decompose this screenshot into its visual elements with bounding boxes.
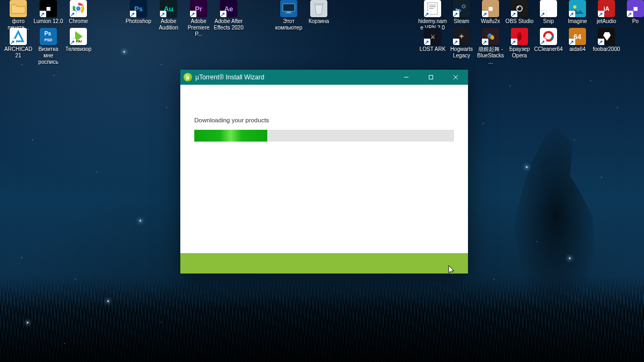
desktop-shortcut-label: CCleaner64 [533, 46, 564, 53]
shortcut-arrow-icon: ↗ [453, 39, 459, 45]
desktop-shortcut-label: 崩姬起舞 - BlueStacks ... [475, 46, 506, 65]
shortcut-arrow-icon: ↗ [598, 11, 604, 17]
desktop-shortcut-label: OBS Studio [504, 18, 535, 25]
jet-icon: jA↗ [598, 0, 615, 17]
desktop-shortcut[interactable]: ↗Steam [447, 0, 477, 25]
shortcut-arrow-icon: ↗ [540, 11, 546, 17]
la-icon: ⚔↗ [424, 28, 441, 45]
desktop-shortcut[interactable]: ▦↗Waifu2x [475, 0, 506, 25]
shortcut-arrow-icon: ↗ [627, 11, 633, 17]
svg-rect-11 [429, 6, 436, 7]
desktop-shortcut-label: Po [620, 18, 644, 25]
steam-icon: ↗ [453, 0, 470, 17]
desktop-shortcut-label: jetAudio [591, 18, 621, 25]
svg-rect-24 [429, 76, 433, 79]
shortcut-arrow-icon: ↗ [569, 39, 575, 45]
shortcut-arrow-icon: ↗ [190, 11, 196, 17]
cc-icon: ↗ [540, 28, 557, 45]
shortcut-arrow-icon: ↗ [598, 39, 604, 45]
desktop-shortcut-label: Визитка мне роспись [33, 46, 63, 65]
shortcut-arrow-icon: ↗ [569, 11, 575, 17]
svg-point-2 [76, 6, 81, 11]
app-icon: ▦↗ [540, 0, 557, 17]
installer-footer [180, 253, 468, 274]
app-icon: ▦↗ [627, 0, 644, 17]
minimize-button[interactable] [394, 70, 419, 85]
desktop-shortcut-label: Adobe After Effects 2020 [214, 18, 244, 31]
desktop-shortcut[interactable]: 🎭↗崩姬起舞 - BlueStacks ... [475, 28, 506, 65]
progress-bar [194, 130, 454, 142]
desktop-shortcut[interactable]: фото печата... [3, 0, 33, 31]
desktop-shortcut[interactable]: ⚔↗LOST ARK [418, 28, 448, 53]
desktop-shortcut[interactable] [244, 0, 274, 18]
svg-point-22 [517, 32, 522, 41]
desktop-shortcut-label: Телевизор [63, 46, 93, 53]
desktop-shortcut[interactable]: jA↗jetAudio [591, 0, 621, 25]
shortcut-arrow-icon: ↗ [540, 39, 546, 45]
shortcut-arrow-icon: ↗ [220, 11, 226, 17]
desktop-shortcut[interactable]: ↗OBS Studio [504, 0, 535, 25]
desktop-shortcut-label: Waifu2x [475, 18, 506, 25]
desktop-shortcut[interactable]: ▦↗Lumion 12.0 [33, 0, 63, 25]
app-icon: ▦↗ [40, 0, 57, 17]
chrome-icon: ↗ [70, 0, 87, 17]
shortcut-arrow-icon: ↗ [482, 11, 488, 17]
desktop-shortcut-label: ARCHICAD 21 [3, 46, 33, 59]
desktop-shortcut-label: aida64 [562, 46, 592, 53]
desktop-shortcut[interactable]: Au↗Adobe Audition [153, 0, 184, 31]
svg-point-18 [517, 6, 519, 8]
shortcut-arrow-icon: ↗ [70, 11, 76, 17]
desktop-shortcut-label: Браузер Opera [504, 46, 535, 59]
installer-body: Downloading your products [180, 85, 468, 253]
desktop-shortcut[interactable]: 64↗aida64 [562, 28, 592, 53]
desktop-shortcut[interactable]: ▦↗Snip [533, 0, 564, 25]
bin-icon [310, 0, 327, 17]
desktop-shortcut[interactable]: ↗ARCHICAD 21 [3, 28, 33, 59]
shortcut-arrow-icon: ↗ [10, 39, 16, 45]
svg-rect-6 [314, 3, 324, 5]
desktop-shortcut[interactable]: ✦↗Hogwarts Legacy [447, 28, 477, 59]
desktop-shortcut[interactable] [93, 0, 123, 18]
aida-icon: 64↗ [569, 28, 586, 45]
desktop-shortcut[interactable]: ↗Imagine [562, 0, 592, 25]
psd-icon: PsPSD [40, 28, 57, 45]
desktop-shortcut-label: Adobe Audition [153, 18, 184, 31]
desktop-shortcut[interactable]: ↗CCleaner64 [533, 28, 564, 53]
desktop-shortcut[interactable]: PsPSDВизитка мне роспись [33, 28, 63, 65]
desktop-shortcut[interactable]: ▦↗Po [620, 0, 644, 25]
desktop-shortcut[interactable]: Этот компьютер [274, 0, 304, 31]
desktop-shortcut[interactable]: ↗hidemy.name VPN 2.0 [418, 0, 448, 31]
desktop-shortcut[interactable]: Ae↗Adobe After Effects 2020 [214, 0, 244, 31]
window-title: µTorrent® Install Wizard [195, 73, 264, 81]
svg-rect-4 [287, 12, 291, 13]
desktop-shortcut-label: Lumion 12.0 [33, 18, 63, 25]
desktop-shortcut[interactable]: Корзина [304, 0, 334, 25]
maximize-button[interactable] [419, 70, 443, 85]
desktop-shortcut[interactable]: ↗foobar2000 [591, 28, 621, 53]
utorrent-logo-icon: µ [184, 73, 192, 82]
opera-icon: ↗ [511, 28, 528, 45]
au-icon: Au↗ [160, 0, 177, 17]
desktop-shortcut-label: Imagine [562, 18, 592, 25]
shortcut-arrow-icon: ↗ [511, 39, 517, 45]
desktop-shortcut[interactable]: ↗Chrome [63, 0, 93, 25]
m3u-icon: M3U↗ [70, 28, 87, 45]
ps-icon: Ps↗ [130, 0, 147, 17]
svg-rect-5 [285, 13, 292, 14]
svg-rect-10 [429, 5, 436, 5]
folder-icon [10, 0, 27, 17]
pr-icon: Pr↗ [190, 0, 207, 17]
close-button[interactable] [443, 70, 468, 85]
shortcut-arrow-icon: ↗ [511, 11, 517, 17]
desktop-shortcut[interactable]: Ps↗Photoshop [123, 0, 153, 25]
status-text: Downloading your products [194, 117, 454, 123]
desktop-shortcut-label: LOST ARK [418, 46, 448, 53]
shortcut-arrow-icon: ↗ [70, 39, 76, 45]
img-icon: ↗ [569, 0, 586, 17]
titlebar[interactable]: µ µTorrent® Install Wizard [180, 70, 468, 85]
desktop-shortcut[interactable]: M3U↗Телевизор [63, 28, 93, 53]
desktop-shortcut-label: Snip [533, 18, 564, 25]
svg-point-14 [462, 5, 465, 8]
desktop-shortcut[interactable]: Pr↗Adobe Premiere P... [184, 0, 214, 38]
desktop-shortcut[interactable]: ↗Браузер Opera [504, 28, 535, 59]
